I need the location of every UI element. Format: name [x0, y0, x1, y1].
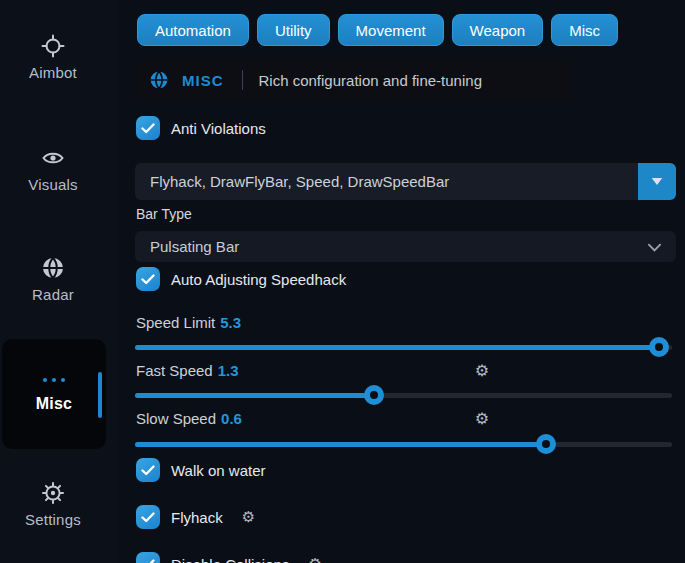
checkbox-disable-collisions[interactable]: Disable Collisions ⚙: [136, 552, 322, 563]
slider-label-speed-limit: Speed Limit5.3: [136, 314, 241, 331]
gear-icon[interactable]: ⚙: [308, 555, 321, 563]
bar-multiselect-value: Flyhack, DrawFlyBar, Speed, DrawSpeedBar: [150, 173, 449, 190]
slider-fast-speed[interactable]: [135, 393, 672, 398]
tab-automation[interactable]: Automation: [137, 14, 249, 46]
gear-icon[interactable]: ⚙: [242, 508, 255, 526]
slider-fill: [135, 442, 546, 447]
slider-thumb[interactable]: [364, 385, 384, 405]
slider-value: 5.3: [220, 314, 241, 331]
crosshair-icon: [41, 34, 65, 58]
main-panel: Automation Utility Movement Weapon Misc …: [135, 0, 676, 563]
slider-thumb[interactable]: [649, 337, 669, 357]
chevron-down-icon: [647, 238, 662, 255]
tab-movement[interactable]: Movement: [338, 14, 444, 46]
slider-label-fast-speed: Fast Speed1.3: [136, 362, 239, 379]
slider-value: 0.6: [221, 410, 242, 427]
sidebar-item-label: Misc: [36, 395, 72, 413]
eye-icon: [41, 146, 65, 170]
checkbox-label: Auto Adjusting Speedhack: [171, 271, 346, 288]
checkbox-flyhack[interactable]: Flyhack ⚙: [136, 505, 255, 529]
bar-type-label: Bar Type: [136, 206, 192, 222]
sidebar-item-misc[interactable]: Misc: [2, 339, 106, 449]
slider-speed-limit[interactable]: [135, 345, 672, 350]
sidebar-item-label: Settings: [25, 511, 81, 528]
header-divider: [242, 70, 243, 90]
checkbox-checked-icon[interactable]: [136, 552, 160, 563]
checkbox-checked-icon[interactable]: [136, 505, 160, 529]
checkbox-label: Flyhack: [171, 509, 223, 526]
slider-slow-speed[interactable]: [135, 442, 672, 447]
checkbox-label: Anti Violations: [171, 120, 266, 137]
sidebar-item-label: Visuals: [28, 176, 77, 193]
checkbox-auto-adjusting-speedhack[interactable]: Auto Adjusting Speedhack: [136, 267, 346, 291]
bar-type-value: Pulsating Bar: [150, 238, 239, 255]
slider-fill: [135, 393, 374, 398]
sidebar-item-radar[interactable]: Radar: [0, 256, 106, 304]
checkbox-label: Walk on water: [171, 462, 265, 479]
sidebar-item-visuals[interactable]: Visuals: [0, 146, 106, 194]
tab-misc[interactable]: Misc: [551, 14, 618, 46]
slider-fill: [135, 345, 659, 350]
dots-icon: [43, 375, 65, 385]
checkbox-checked-icon[interactable]: [136, 267, 160, 291]
checkbox-walk-on-water[interactable]: Walk on water: [136, 458, 265, 482]
checkbox-checked-icon[interactable]: [136, 116, 160, 140]
gear-icon[interactable]: ⚙: [473, 362, 491, 380]
section-header: MISC Rich configuration and fine-tuning: [135, 60, 572, 100]
sidebar-item-settings[interactable]: Settings: [0, 481, 106, 529]
checkbox-checked-icon[interactable]: [136, 458, 160, 482]
globe-icon: [41, 256, 65, 280]
sidebar-item-label: Radar: [32, 286, 74, 303]
category-tabs: Automation Utility Movement Weapon Misc: [137, 14, 618, 46]
slider-thumb[interactable]: [536, 434, 556, 454]
gear-icon[interactable]: ⚙: [473, 410, 491, 428]
selected-indicator-bar: [98, 372, 102, 418]
sidebar-item-aimbot[interactable]: Aimbot: [0, 34, 106, 82]
tab-utility[interactable]: Utility: [257, 14, 330, 46]
triangle-down-icon: [650, 176, 664, 187]
bar-type-select[interactable]: Pulsating Bar: [135, 231, 676, 262]
slider-label-slow-speed: Slow Speed0.6: [136, 410, 242, 427]
gear-icon: [41, 481, 65, 505]
sidebar: Aimbot Visuals Radar Misc: [0, 0, 118, 563]
slider-value: 1.3: [218, 362, 239, 379]
globe-icon: [149, 70, 169, 90]
section-title: MISC: [182, 72, 224, 89]
checkbox-anti-violations[interactable]: Anti Violations: [136, 116, 266, 140]
bar-multiselect-field[interactable]: Flyhack, DrawFlyBar, Speed, DrawSpeedBar: [135, 163, 676, 200]
tab-weapon[interactable]: Weapon: [452, 14, 544, 46]
section-subtitle: Rich configuration and fine-tuning: [259, 72, 482, 89]
dropdown-open-button[interactable]: [638, 163, 676, 200]
checkbox-label: Disable Collisions: [171, 556, 289, 563]
sidebar-item-label: Aimbot: [29, 64, 77, 81]
